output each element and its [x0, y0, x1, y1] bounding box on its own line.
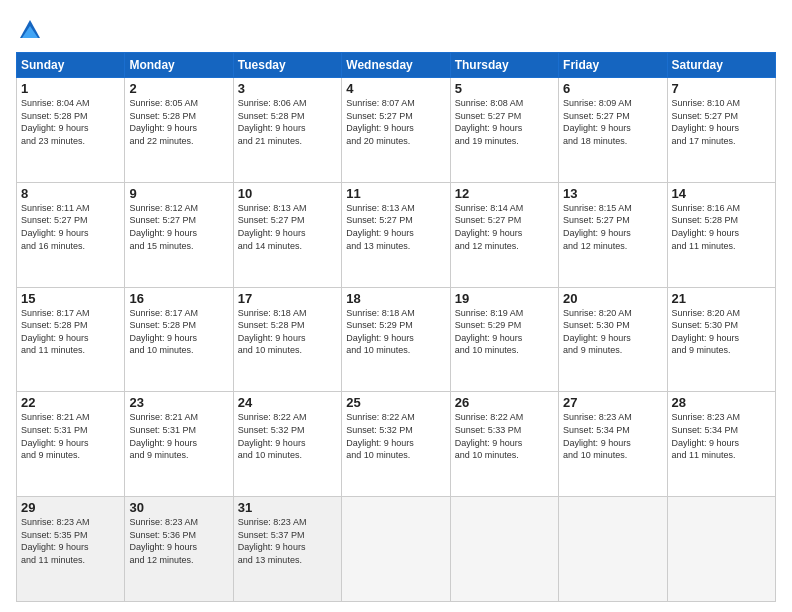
calendar-cell: 25Sunrise: 8:22 AMSunset: 5:32 PMDayligh… — [342, 392, 450, 497]
weekday-header-friday: Friday — [559, 53, 667, 78]
day-number: 13 — [563, 186, 662, 201]
cell-details: Sunrise: 8:22 AMSunset: 5:32 PMDaylight:… — [346, 411, 445, 461]
cell-details: Sunrise: 8:15 AMSunset: 5:27 PMDaylight:… — [563, 202, 662, 252]
cell-details: Sunrise: 8:08 AMSunset: 5:27 PMDaylight:… — [455, 97, 554, 147]
calendar-cell: 2Sunrise: 8:05 AMSunset: 5:28 PMDaylight… — [125, 78, 233, 183]
cell-details: Sunrise: 8:23 AMSunset: 5:37 PMDaylight:… — [238, 516, 337, 566]
calendar-cell: 13Sunrise: 8:15 AMSunset: 5:27 PMDayligh… — [559, 182, 667, 287]
week-row-4: 22Sunrise: 8:21 AMSunset: 5:31 PMDayligh… — [17, 392, 776, 497]
cell-details: Sunrise: 8:13 AMSunset: 5:27 PMDaylight:… — [346, 202, 445, 252]
cell-details: Sunrise: 8:22 AMSunset: 5:32 PMDaylight:… — [238, 411, 337, 461]
header — [16, 16, 776, 44]
cell-details: Sunrise: 8:07 AMSunset: 5:27 PMDaylight:… — [346, 97, 445, 147]
cell-details: Sunrise: 8:23 AMSunset: 5:36 PMDaylight:… — [129, 516, 228, 566]
day-number: 3 — [238, 81, 337, 96]
calendar-cell: 15Sunrise: 8:17 AMSunset: 5:28 PMDayligh… — [17, 287, 125, 392]
day-number: 23 — [129, 395, 228, 410]
day-number: 22 — [21, 395, 120, 410]
calendar-cell — [667, 497, 775, 602]
cell-details: Sunrise: 8:22 AMSunset: 5:33 PMDaylight:… — [455, 411, 554, 461]
calendar-cell: 1Sunrise: 8:04 AMSunset: 5:28 PMDaylight… — [17, 78, 125, 183]
calendar-cell — [342, 497, 450, 602]
weekday-header-saturday: Saturday — [667, 53, 775, 78]
day-number: 5 — [455, 81, 554, 96]
day-number: 30 — [129, 500, 228, 515]
cell-details: Sunrise: 8:14 AMSunset: 5:27 PMDaylight:… — [455, 202, 554, 252]
calendar-cell: 20Sunrise: 8:20 AMSunset: 5:30 PMDayligh… — [559, 287, 667, 392]
page: SundayMondayTuesdayWednesdayThursdayFrid… — [0, 0, 792, 612]
cell-details: Sunrise: 8:06 AMSunset: 5:28 PMDaylight:… — [238, 97, 337, 147]
calendar-cell: 9Sunrise: 8:12 AMSunset: 5:27 PMDaylight… — [125, 182, 233, 287]
day-number: 6 — [563, 81, 662, 96]
calendar-cell: 19Sunrise: 8:19 AMSunset: 5:29 PMDayligh… — [450, 287, 558, 392]
day-number: 18 — [346, 291, 445, 306]
day-number: 14 — [672, 186, 771, 201]
cell-details: Sunrise: 8:23 AMSunset: 5:35 PMDaylight:… — [21, 516, 120, 566]
week-row-3: 15Sunrise: 8:17 AMSunset: 5:28 PMDayligh… — [17, 287, 776, 392]
week-row-2: 8Sunrise: 8:11 AMSunset: 5:27 PMDaylight… — [17, 182, 776, 287]
cell-details: Sunrise: 8:21 AMSunset: 5:31 PMDaylight:… — [129, 411, 228, 461]
cell-details: Sunrise: 8:23 AMSunset: 5:34 PMDaylight:… — [672, 411, 771, 461]
logo-icon — [16, 16, 44, 44]
calendar-cell: 16Sunrise: 8:17 AMSunset: 5:28 PMDayligh… — [125, 287, 233, 392]
calendar-cell: 14Sunrise: 8:16 AMSunset: 5:28 PMDayligh… — [667, 182, 775, 287]
day-number: 1 — [21, 81, 120, 96]
calendar-cell — [559, 497, 667, 602]
weekday-header-sunday: Sunday — [17, 53, 125, 78]
weekday-header-row: SundayMondayTuesdayWednesdayThursdayFrid… — [17, 53, 776, 78]
calendar-cell: 29Sunrise: 8:23 AMSunset: 5:35 PMDayligh… — [17, 497, 125, 602]
calendar-cell: 11Sunrise: 8:13 AMSunset: 5:27 PMDayligh… — [342, 182, 450, 287]
cell-details: Sunrise: 8:18 AMSunset: 5:29 PMDaylight:… — [346, 307, 445, 357]
calendar-cell: 30Sunrise: 8:23 AMSunset: 5:36 PMDayligh… — [125, 497, 233, 602]
calendar-cell: 10Sunrise: 8:13 AMSunset: 5:27 PMDayligh… — [233, 182, 341, 287]
cell-details: Sunrise: 8:21 AMSunset: 5:31 PMDaylight:… — [21, 411, 120, 461]
calendar-cell: 22Sunrise: 8:21 AMSunset: 5:31 PMDayligh… — [17, 392, 125, 497]
calendar-cell: 4Sunrise: 8:07 AMSunset: 5:27 PMDaylight… — [342, 78, 450, 183]
day-number: 2 — [129, 81, 228, 96]
calendar-cell: 5Sunrise: 8:08 AMSunset: 5:27 PMDaylight… — [450, 78, 558, 183]
day-number: 17 — [238, 291, 337, 306]
day-number: 19 — [455, 291, 554, 306]
calendar-cell: 17Sunrise: 8:18 AMSunset: 5:28 PMDayligh… — [233, 287, 341, 392]
day-number: 25 — [346, 395, 445, 410]
day-number: 12 — [455, 186, 554, 201]
day-number: 7 — [672, 81, 771, 96]
calendar-cell: 8Sunrise: 8:11 AMSunset: 5:27 PMDaylight… — [17, 182, 125, 287]
cell-details: Sunrise: 8:11 AMSunset: 5:27 PMDaylight:… — [21, 202, 120, 252]
day-number: 10 — [238, 186, 337, 201]
day-number: 28 — [672, 395, 771, 410]
calendar-cell: 18Sunrise: 8:18 AMSunset: 5:29 PMDayligh… — [342, 287, 450, 392]
day-number: 4 — [346, 81, 445, 96]
calendar-cell: 28Sunrise: 8:23 AMSunset: 5:34 PMDayligh… — [667, 392, 775, 497]
week-row-1: 1Sunrise: 8:04 AMSunset: 5:28 PMDaylight… — [17, 78, 776, 183]
cell-details: Sunrise: 8:04 AMSunset: 5:28 PMDaylight:… — [21, 97, 120, 147]
weekday-header-thursday: Thursday — [450, 53, 558, 78]
calendar-cell: 12Sunrise: 8:14 AMSunset: 5:27 PMDayligh… — [450, 182, 558, 287]
calendar-cell: 26Sunrise: 8:22 AMSunset: 5:33 PMDayligh… — [450, 392, 558, 497]
logo — [16, 16, 46, 44]
day-number: 15 — [21, 291, 120, 306]
cell-details: Sunrise: 8:13 AMSunset: 5:27 PMDaylight:… — [238, 202, 337, 252]
day-number: 26 — [455, 395, 554, 410]
calendar-table: SundayMondayTuesdayWednesdayThursdayFrid… — [16, 52, 776, 602]
cell-details: Sunrise: 8:10 AMSunset: 5:27 PMDaylight:… — [672, 97, 771, 147]
cell-details: Sunrise: 8:19 AMSunset: 5:29 PMDaylight:… — [455, 307, 554, 357]
day-number: 8 — [21, 186, 120, 201]
cell-details: Sunrise: 8:17 AMSunset: 5:28 PMDaylight:… — [21, 307, 120, 357]
day-number: 29 — [21, 500, 120, 515]
weekday-header-wednesday: Wednesday — [342, 53, 450, 78]
cell-details: Sunrise: 8:16 AMSunset: 5:28 PMDaylight:… — [672, 202, 771, 252]
calendar-cell: 31Sunrise: 8:23 AMSunset: 5:37 PMDayligh… — [233, 497, 341, 602]
calendar-cell: 7Sunrise: 8:10 AMSunset: 5:27 PMDaylight… — [667, 78, 775, 183]
cell-details: Sunrise: 8:12 AMSunset: 5:27 PMDaylight:… — [129, 202, 228, 252]
calendar-cell: 24Sunrise: 8:22 AMSunset: 5:32 PMDayligh… — [233, 392, 341, 497]
calendar-cell: 3Sunrise: 8:06 AMSunset: 5:28 PMDaylight… — [233, 78, 341, 183]
calendar-body: 1Sunrise: 8:04 AMSunset: 5:28 PMDaylight… — [17, 78, 776, 602]
week-row-5: 29Sunrise: 8:23 AMSunset: 5:35 PMDayligh… — [17, 497, 776, 602]
cell-details: Sunrise: 8:17 AMSunset: 5:28 PMDaylight:… — [129, 307, 228, 357]
day-number: 31 — [238, 500, 337, 515]
cell-details: Sunrise: 8:20 AMSunset: 5:30 PMDaylight:… — [672, 307, 771, 357]
weekday-header-monday: Monday — [125, 53, 233, 78]
cell-details: Sunrise: 8:20 AMSunset: 5:30 PMDaylight:… — [563, 307, 662, 357]
calendar-cell — [450, 497, 558, 602]
